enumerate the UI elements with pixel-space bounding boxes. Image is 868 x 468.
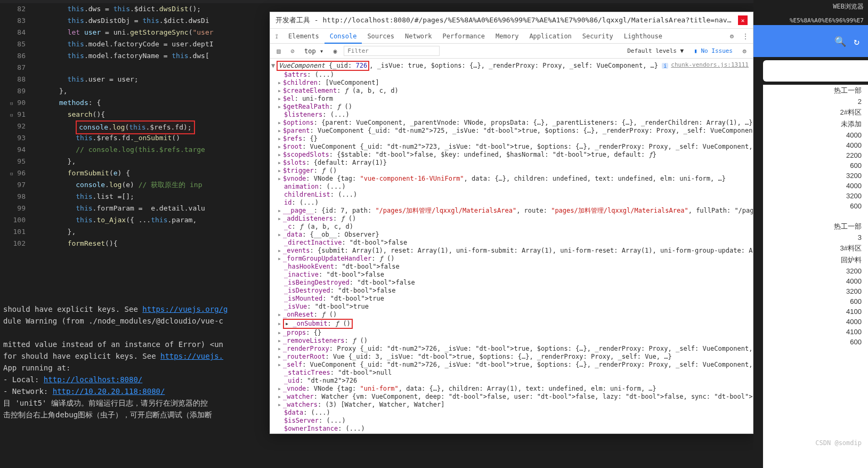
console-property-row[interactable]: ▸$getRealPath: ƒ ()	[274, 103, 749, 111]
list-item: 3200	[763, 266, 868, 276]
console-property-row[interactable]: ▸$refs: {}	[274, 135, 749, 143]
console-property-row[interactable]: ▸_removeListeners: ƒ ()	[274, 337, 749, 345]
eye-icon[interactable]: ◉	[330, 47, 340, 55]
inspect-icon[interactable]: ⟟	[270, 33, 283, 40]
terminal-link[interactable]: http://10.20.20.118:8080/	[53, 387, 165, 396]
console-property-row[interactable]: _directInactive: "dt-bool">false	[274, 239, 749, 247]
issues-button[interactable]: ▮ No Issues	[691, 46, 736, 55]
list-item: 2	[763, 96, 868, 107]
console-property-row[interactable]: $ownerInstance: (...)	[274, 425, 749, 433]
tab-security[interactable]: Security	[577, 29, 619, 44]
devtools-tabs: ⟟ Elements Console Sources Network Perfo…	[270, 29, 753, 44]
console-property-row[interactable]: ▸__page__: {id: 7, path: "/pages/加料管理/lq…	[274, 207, 749, 215]
list-item: 3200	[763, 286, 868, 296]
refresh-icon[interactable]: ↻	[854, 36, 859, 47]
list-item: 热工一部	[763, 221, 868, 232]
terminal-link[interactable]: https://vuejs.org/g	[142, 305, 228, 313]
console-property-row[interactable]: animation: (...)	[274, 183, 749, 191]
search-icon[interactable]: 🔍	[834, 36, 846, 47]
gear-icon[interactable]: ⚙	[726, 33, 738, 40]
console-property-row[interactable]: childrenList: (...)	[274, 191, 749, 199]
list-item: 3#料区	[763, 243, 868, 254]
more-icon[interactable]: ⋮	[738, 33, 753, 40]
tab-application[interactable]: Application	[524, 29, 577, 44]
console-property-row[interactable]: ▸$el: uni-form	[274, 95, 749, 103]
console-property-row[interactable]: ▸_self: VueComponent {_uid: "dt-num2">72…	[274, 361, 749, 369]
console-property-row[interactable]: ▸$options: {parent: VueComponent, _paren…	[274, 119, 749, 127]
url-fragment: %E5%8A%A0%E6%96%99%E7	[753, 16, 868, 25]
console-property-row[interactable]: ▸$trigger: ƒ ()	[274, 167, 749, 175]
list-item: 4000	[763, 317, 868, 327]
devtools-titlebar[interactable]: 开发者工具 - http://localhost:8080/#/pages/%E…	[270, 12, 753, 29]
app-header: 🔍 ↻	[753, 25, 868, 57]
list-item: 回炉料	[763, 254, 868, 266]
console-property-row[interactable]: _isDestroyed: "dt-bool">false	[274, 287, 749, 295]
list-item: 3200	[763, 171, 868, 181]
console-property-row[interactable]: ▸$parent: VueComponent {_uid: "dt-num2">…	[274, 127, 749, 135]
list-item: 4000	[763, 140, 868, 150]
console-property-row[interactable]: id: (...)	[274, 199, 749, 207]
tab-network[interactable]: Network	[400, 29, 437, 44]
console-property-row[interactable]: _inactive: "dt-bool">false	[274, 271, 749, 279]
tab-memory[interactable]: Memory	[490, 29, 524, 44]
console-property-row[interactable]: _c: ƒ (a, b, c, d)	[274, 223, 749, 231]
console-property-row[interactable]: $data: (...)	[274, 409, 749, 417]
clear-console-icon[interactable]: ⊘	[287, 47, 298, 55]
list-item: 热工一部	[763, 85, 868, 96]
data-list[interactable]: 热工一部22#料区未添加4000400022006003200400032006…	[763, 85, 868, 468]
tab-lighthouse[interactable]: Lighthouse	[619, 29, 668, 44]
console-property-row[interactable]: ▸_onReset: ƒ ()	[274, 311, 749, 319]
console-property-row[interactable]: ▸_formGroupUpdateHandler: ƒ ()	[274, 255, 749, 263]
tab-elements[interactable]: Elements	[283, 29, 325, 44]
list-item: 未添加	[763, 118, 868, 130]
console-property-row[interactable]: _uid: "dt-num2">726	[274, 377, 749, 385]
gear-icon[interactable]: ⚙	[739, 47, 750, 55]
source-link[interactable]: chunk-vendors.js:13111	[671, 61, 749, 69]
console-property-row[interactable]: ▸$vnode: VNode {tag: "vue-component-16-V…	[274, 175, 749, 183]
console-property-row[interactable]: _isBeingDestroyed: "dt-bool">false	[274, 279, 749, 287]
terminal-link[interactable]: http://localhost:8080/	[44, 375, 142, 384]
devtools-window: 开发者工具 - http://localhost:8080/#/pages/%E…	[270, 12, 753, 434]
console-property-row[interactable]: ▸$createElement: ƒ (a, b, c, d)	[274, 87, 749, 95]
console-property-row[interactable]: ▸$scopedSlots: {$stable: "dt-bool">false…	[274, 151, 749, 159]
console-property-row[interactable]: $attrs: (...)	[274, 71, 749, 79]
list-item: 3200	[763, 191, 868, 201]
list-item: 600	[763, 337, 868, 347]
console-property-row[interactable]: _staticTrees: "dt-bool">null	[274, 369, 749, 377]
console-property-row[interactable]: _hasHookEvent: "dt-bool">false	[274, 263, 749, 271]
console-output[interactable]: chunk-vendors.js:13111 ▼VueComponent {_u…	[270, 59, 753, 433]
console-property-row[interactable]: ▸_watchers: (3) [Watcher, Watcher, Watch…	[274, 401, 749, 409]
console-property-row[interactable]: _isMounted: "dt-bool">true	[274, 295, 749, 303]
highlighted-header: VueComponent {_uid: 726	[277, 61, 369, 71]
tab-console[interactable]: Console	[325, 29, 362, 44]
info-badge[interactable]: i	[662, 63, 668, 69]
console-property-row[interactable]: ▸_routerRoot: Vue {_uid: 3, _isVue: "dt-…	[274, 353, 749, 361]
levels-select[interactable]: Default levels ▼	[623, 46, 687, 56]
console-property-row[interactable]: ▸$root: VueComponent {_uid: "dt-num2">72…	[274, 143, 749, 151]
search-bar[interactable]	[763, 60, 868, 82]
console-property-row[interactable]: ▸_watcher: Watcher {vm: VueComponent, de…	[274, 393, 749, 401]
console-property-row[interactable]: ▸_data: {__ob__: Observer}	[274, 231, 749, 239]
console-property-row[interactable]: ▸_props: {}	[274, 329, 749, 337]
console-property-row[interactable]: $isServer: (...)	[274, 417, 749, 425]
close-icon[interactable]: ✕	[738, 15, 748, 25]
console-property-row[interactable]: ▸_addListeners: ƒ ()	[274, 215, 749, 223]
console-property-row[interactable]: ▸▸ _onSubmit: ƒ ()	[274, 319, 749, 329]
list-item: 4000	[763, 130, 868, 140]
console-property-row[interactable]: $listeners: (...)	[274, 111, 749, 119]
console-property-row[interactable]: ▸$slots: {default: Array(1)}	[274, 159, 749, 167]
console-property-row[interactable]: ▸_renderProxy: Proxy {_uid: "dt-num2">72…	[274, 345, 749, 353]
context-select[interactable]: top ▾	[301, 46, 327, 56]
terminal-link[interactable]: https://vuejs.	[160, 352, 223, 360]
line-gutter: 828384 858687 8889 ⊟ 90 ⊟ 91 929394 95 ⊟…	[0, 3, 34, 299]
tab-sources[interactable]: Sources	[362, 29, 400, 44]
list-item: 600	[763, 296, 868, 306]
tab-performance[interactable]: Performance	[437, 29, 490, 44]
sidebar-toggle-icon[interactable]: ▤	[273, 47, 284, 55]
filter-input[interactable]	[344, 46, 440, 56]
console-property-row[interactable]: ▸_events: {submit: Array(1), reset: Arra…	[274, 247, 749, 255]
console-property-row[interactable]: ▸_vnode: VNode {tag: "uni-form", data: {…	[274, 385, 749, 393]
list-item: 2200	[763, 150, 868, 160]
console-property-row[interactable]: _isVue: "dt-bool">true	[274, 303, 749, 311]
console-property-row[interactable]: ▸$children: [VueComponent]	[274, 79, 749, 87]
